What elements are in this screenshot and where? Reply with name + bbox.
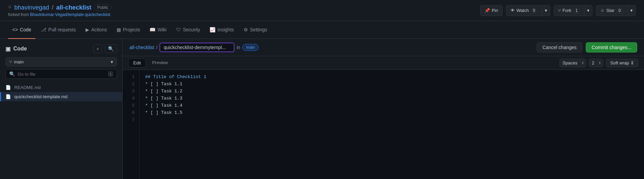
breadcrumb: all-checklist / in main xyxy=(129,43,259,52)
nav-tabs: <> Code ⎇ Pull requests ▶ Actions ▦ Proj… xyxy=(0,21,644,39)
repo-sep: / xyxy=(52,4,53,11)
line-num-5: 5 xyxy=(123,102,139,109)
tab-projects-label: Projects xyxy=(123,27,140,32)
cancel-changes-button[interactable]: Cancel changes xyxy=(537,42,582,53)
fork-info: forked from Bhavinkumar-Vegad/template-q… xyxy=(8,12,111,17)
star-button[interactable]: ☆ Star 0 xyxy=(596,5,627,16)
editor-topbar: all-checklist / in main Cancel changes C… xyxy=(123,39,644,56)
editor-controls: Spaces Tabs 2 4 Soft wrap ⇕ xyxy=(559,59,639,67)
tab-actions[interactable]: ▶ Actions xyxy=(81,21,111,39)
sidebar-title: ▣ Code xyxy=(5,46,27,52)
tab-edit[interactable]: Edit xyxy=(128,58,146,68)
file-list: 📄 README.md 📄 quickchecklist-template.md xyxy=(0,83,122,175)
tab-actions-label: Actions xyxy=(91,27,107,32)
watch-dropdown-button[interactable]: ▾ xyxy=(542,5,550,16)
star-icon: ☆ xyxy=(600,8,604,13)
file-item-quickchecklist[interactable]: 📄 quickchecklist-template.md xyxy=(0,92,122,101)
tab-insights[interactable]: 📈 Insights xyxy=(205,21,238,39)
settings-icon: ⚙ xyxy=(244,27,248,32)
code-line-2-text: * [ ] Task 1.1 xyxy=(145,81,182,87)
fork-source-link[interactable]: Bhavinkumar-Vegad/template-quickchecklis… xyxy=(30,12,110,17)
tab-wiki[interactable]: 📖 Wiki xyxy=(145,21,170,39)
projects-icon: ▦ xyxy=(117,27,121,32)
watch-count: 0 xyxy=(531,8,538,13)
search-file-input[interactable] xyxy=(18,72,105,77)
main-layout: ▣ Code + 🔍 ⑂ main ▾ 🔍 t 📄 README.md xyxy=(0,39,644,179)
sidebar: ▣ Code + 🔍 ⑂ main ▾ 🔍 t 📄 README.md xyxy=(0,39,123,179)
tab-pull-requests[interactable]: ⎇ Pull requests xyxy=(37,21,80,39)
watch-button[interactable]: 👁 Watch 0 xyxy=(506,5,542,16)
branch-name: main xyxy=(14,59,24,64)
line-num-7: 7 xyxy=(123,116,139,123)
code-line-2: * [ ] Task 1.1 xyxy=(145,80,639,88)
tab-security[interactable]: 🛡 Security xyxy=(172,21,204,39)
tab-security-label: Security xyxy=(183,27,200,32)
tab-preview[interactable]: Preview xyxy=(147,58,172,68)
filename-input[interactable] xyxy=(159,43,234,52)
branch-badge: main xyxy=(242,44,259,51)
watch-label: Watch xyxy=(517,8,529,13)
code-line-3-text: * [ ] Task 1.2 xyxy=(145,89,182,94)
softwrap-chevron-icon: ⇕ xyxy=(630,60,634,65)
tab-settings-label: Settings xyxy=(250,27,267,32)
line-num-6: 6 xyxy=(123,109,139,116)
eye-icon: 👁 xyxy=(510,8,515,13)
repo-title: ⑂ bhavinvegad / all-checklist Public xyxy=(8,4,111,11)
pr-icon: ⎇ xyxy=(41,27,46,32)
spaces-select-wrapper: Spaces Tabs xyxy=(559,59,586,67)
search-icon: 🔍 xyxy=(9,71,15,77)
wiki-icon: 📖 xyxy=(150,27,155,32)
repo-info: ⑂ bhavinvegad / all-checklist Public for… xyxy=(8,4,111,17)
code-line-6-text: * [ ] Task 1.5 xyxy=(145,110,182,115)
code-line-5-text: * [ ] Task 1.4 xyxy=(145,103,182,108)
code-line-5: * [ ] Task 1.4 xyxy=(145,102,639,109)
tab-insights-label: Insights xyxy=(217,27,234,32)
code-line-7 xyxy=(145,116,639,123)
code-line-1: ## Title of Checklist 1 xyxy=(145,73,639,80)
sidebar-actions: + 🔍 xyxy=(93,44,117,53)
branch-left: ⑂ main xyxy=(9,59,24,64)
softwrap-button[interactable]: Soft wrap ⇕ xyxy=(606,59,639,67)
search-file-container: 🔍 t xyxy=(5,69,117,79)
pin-icon: 📌 xyxy=(485,8,490,13)
tab-projects[interactable]: ▦ Projects xyxy=(112,21,144,39)
file-name-readme: README.md xyxy=(14,85,41,90)
star-dropdown-button[interactable]: ▾ xyxy=(627,5,636,16)
code-icon: <> xyxy=(12,27,18,32)
topbar-actions: Cancel changes Commit changes... xyxy=(537,42,637,53)
file-icon: 📄 xyxy=(5,85,11,90)
insights-icon: 📈 xyxy=(210,27,215,32)
breadcrumb-repo-link[interactable]: all-checklist xyxy=(129,45,154,50)
line-num-4: 4 xyxy=(123,95,139,102)
tab-code[interactable]: <> Code xyxy=(8,21,35,39)
editor-toolbar: Edit Preview Spaces Tabs 2 4 So xyxy=(123,56,644,70)
repo-owner[interactable]: bhavinvegad xyxy=(14,4,49,11)
line-num-2: 2 xyxy=(123,80,139,88)
branch-selector[interactable]: ⑂ main ▾ xyxy=(5,57,117,66)
search-files-button[interactable]: 🔍 xyxy=(105,44,117,53)
fork-action: ⑂ Fork 1 ▾ xyxy=(554,5,593,16)
fork-button[interactable]: ⑂ Fork 1 xyxy=(554,5,584,16)
code-line-4-text: * [ ] Task 1.3 xyxy=(145,96,182,101)
fork-dropdown-button[interactable]: ▾ xyxy=(584,5,593,16)
spaces-select[interactable]: Spaces Tabs xyxy=(559,59,586,67)
pin-button[interactable]: 📌 Pin xyxy=(480,5,503,16)
sidebar-panel-icon: ▣ xyxy=(5,46,11,52)
file-item-readme[interactable]: 📄 README.md xyxy=(0,83,122,92)
file-name-quickchecklist: quickchecklist-template.md xyxy=(14,94,67,99)
code-content[interactable]: ## Title of Checklist 1 * [ ] Task 1.1 *… xyxy=(140,70,644,179)
line-numbers: 1 2 3 4 5 6 7 xyxy=(123,70,140,179)
editor-tabs: Edit Preview xyxy=(128,58,173,68)
commit-changes-button[interactable]: Commit changes... xyxy=(586,42,637,53)
indent-select[interactable]: 2 4 xyxy=(589,59,603,67)
softwrap-label: Soft wrap xyxy=(610,60,629,65)
tab-settings[interactable]: ⚙ Settings xyxy=(240,21,272,39)
code-line-6: * [ ] Task 1.5 xyxy=(145,109,639,116)
line-num-3: 3 xyxy=(123,88,139,95)
tab-code-label: Code xyxy=(20,27,31,32)
repo-name[interactable]: all-checklist xyxy=(56,4,91,11)
add-file-button[interactable]: + xyxy=(93,44,102,53)
code-editor[interactable]: 1 2 3 4 5 6 7 ## Title of Checklist 1 * … xyxy=(123,70,644,179)
file-icon2: 📄 xyxy=(5,94,11,99)
fork-count: 1 xyxy=(573,8,580,13)
